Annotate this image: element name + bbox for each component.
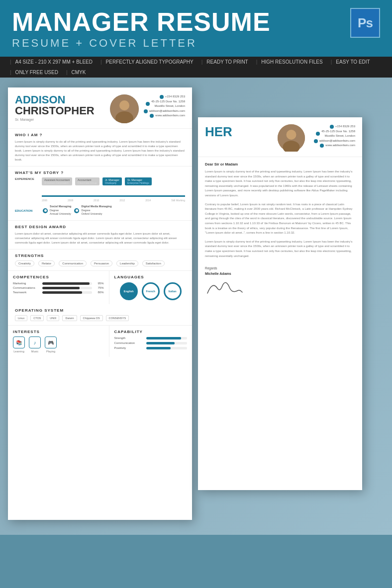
cover-sig-name: Michelle Adams <box>205 272 355 275</box>
email: addison@addisonfairs.com <box>149 109 185 114</box>
features-bar: A4 SIZE - 210 X 297 MM + BLEED PERFECTLY… <box>0 57 392 78</box>
exp-item-1: Assistant AccountantAnderson Corporation <box>42 177 72 185</box>
lang-circles: English French Italian <box>114 282 188 300</box>
os-darwin: Darwin <box>62 315 77 321</box>
svg-point-4 <box>286 130 296 140</box>
interests-cap-section: INTERESTS 📚 Learning ♪ Music 🎮 Playing <box>8 326 192 357</box>
who-i-am-text: Lorem Ipsum is simply dummy to do all of… <box>15 140 185 162</box>
comp-teamwork: Teamwork 80% <box>13 291 104 294</box>
cover-salutation: Dear Sir or Madam <box>205 162 355 167</box>
exp-item-4: Sr. ManagerEnterprise Holdings <box>125 177 152 185</box>
resume-page: ADDISON CHRISTOPHER Sr. Manager +154 832… <box>8 87 192 520</box>
playing-icon: 🎮 <box>45 336 57 348</box>
edu-text-1: Social ManagingDegreeAnnual University <box>50 205 71 216</box>
page-subtitle: RESUME + COVER LETTER <box>12 37 380 50</box>
address: 45-25-125 Door No. 1258Mustillo Street, … <box>151 99 185 109</box>
cover-web-icon <box>320 144 324 148</box>
cover-name: HER <box>205 124 232 140</box>
feature-print: READY TO PRINT <box>197 57 252 67</box>
capability-title: CAPABILITY <box>114 330 188 334</box>
cover-contact: +154 8329 253 45-25-125 Door No. 1258Mus… <box>314 124 355 148</box>
experience-section: WHAT'S MY STORY ? EXPERIENCE Assistant A… <box>8 167 192 221</box>
education-label: EDUCATION <box>15 209 40 212</box>
interests-col: INTERESTS 📚 Learning ♪ Music 🎮 Playing <box>8 326 109 357</box>
experience-main-title: WHAT'S MY STORY ? <box>15 170 185 175</box>
strengths-title: STRENGTHS <box>15 253 185 258</box>
cover-addr-icon <box>316 132 320 136</box>
languages-title: LANGUAGES <box>114 275 188 279</box>
os-section: OPERATING SYSTEM Linux CTOS UNIX Darwin … <box>8 304 192 326</box>
who-i-am-title: WHO I AM ? <box>15 133 185 137</box>
cover-page: HER +154 8329 253 45-25-125 Door No. 125… <box>198 117 362 490</box>
comp-lang-section: COMPETENCES Marketing 95% Communications… <box>8 271 192 304</box>
strength-6: Satisfaction <box>142 260 165 266</box>
cover-regards: Regards <box>205 266 355 270</box>
resume-photo <box>110 94 139 123</box>
resume-last-name: CHRISTOPHER <box>15 105 105 116</box>
competences-col: COMPETENCES Marketing 95% Communications… <box>8 271 109 304</box>
preview-area: ADDISON CHRISTOPHER Sr. Manager +154 832… <box>0 78 392 535</box>
comp-marketing: Marketing 95% <box>13 282 104 285</box>
education-row: EDUCATION Social ManagingDegreeAnnual Un… <box>15 205 185 216</box>
feature-edit: EASY TO EDIT <box>327 57 374 67</box>
cover-para-2: Contrary to popular belief, Lorem Ipsum … <box>205 202 355 236</box>
svg-point-1 <box>119 100 129 110</box>
interest-music: ♪ Music <box>29 336 41 353</box>
timeline-bar <box>42 195 185 197</box>
phone: +154 8329 253 <box>165 94 185 99</box>
os-chippewa: Chippewa OS <box>80 315 103 321</box>
cover-para-1: Lorem Ipsum is simply dummy text of the … <box>205 169 355 198</box>
comp-communications: Communications 75% <box>13 286 104 289</box>
strength-5: Leadership <box>116 260 138 266</box>
os-ctos: CTOS <box>30 315 44 321</box>
award-title: BEST DESIGN AWARD <box>15 225 185 229</box>
phone-icon <box>160 95 164 99</box>
timeline-labels: 20062008201020122014Still Working <box>42 199 185 202</box>
cap-strength: Strength <box>114 336 188 339</box>
award-text: Lorem ipsum dolor sit amet, consectetur … <box>15 232 185 245</box>
lang-french: French <box>142 282 160 300</box>
competences-title: COMPETENCES <box>13 275 104 279</box>
pages-container: ADDISON CHRISTOPHER Sr. Manager +154 832… <box>8 87 384 520</box>
edu-item-1: Social ManagingDegreeAnnual University <box>43 205 71 216</box>
strength-3: Communication <box>59 260 87 266</box>
lang-italian: Italian <box>164 282 182 300</box>
feature-typography: PERFECTLY ALIGNED TYPOGRAPHY <box>97 57 197 67</box>
edu-dot-2 <box>74 208 79 213</box>
interests-row: 📚 Learning ♪ Music 🎮 Playing <box>13 336 104 353</box>
learning-icon: 📚 <box>13 336 25 348</box>
page-title: MANAGER RESUME <box>12 9 380 35</box>
page-header: MANAGER RESUME RESUME + COVER LETTER Ps <box>0 0 392 57</box>
os-linux: Linux <box>15 315 27 321</box>
interest-playing: 🎮 Playing <box>45 336 57 353</box>
os-unix: UNIX <box>47 315 59 321</box>
feature-free: ONLY FREE USED <box>6 67 62 78</box>
strengths-section: STRENGTHS Creativity Relator Communicati… <box>8 250 192 271</box>
interest-learning: 📚 Learning <box>13 336 25 353</box>
edu-dot-1 <box>43 208 48 213</box>
experience-label: EXPERIENCE <box>15 177 40 202</box>
languages-col: LANGUAGES English French Italian <box>109 271 193 304</box>
strength-4: Persuasion <box>91 260 112 266</box>
os-consensys: CONSENSYS <box>106 315 129 321</box>
os-row: Linux CTOS UNIX Darwin Chippewa OS CONSE… <box>15 315 185 321</box>
os-title: OPERATING SYSTEM <box>15 308 185 313</box>
cover-phone-icon <box>330 125 334 129</box>
capability-col: CAPABILITY Strength Communication Positi… <box>109 326 193 357</box>
who-i-am-section: WHO I AM ? Lorem Ipsum is simply dummy t… <box>8 129 192 167</box>
award-section: BEST DESIGN AWARD Lorem ipsum dolor sit … <box>8 221 192 250</box>
cap-communication: Communication <box>114 341 188 344</box>
cover-email-icon <box>314 139 318 143</box>
resume-name-block: ADDISON CHRISTOPHER Sr. Manager <box>15 94 105 121</box>
ps-badge: Ps <box>350 8 380 38</box>
resume-contact: +154 8329 253 45-25-125 Door No. 1258Mus… <box>144 94 185 118</box>
strengths-row: Creativity Relator Communication Persuas… <box>15 260 185 266</box>
cover-signature <box>205 278 355 298</box>
cover-header: HER +154 8329 253 45-25-125 Door No. 125… <box>198 117 362 157</box>
cover-body: Dear Sir or Madam Lorem Ipsum is simply … <box>198 157 362 303</box>
strength-1: Creativity <box>15 260 34 266</box>
email-icon <box>144 109 148 113</box>
exp-item-2: AccountantClassmate Group <box>75 177 99 185</box>
resume-first-name: ADDISON <box>15 94 105 105</box>
cover-photo <box>278 124 305 152</box>
